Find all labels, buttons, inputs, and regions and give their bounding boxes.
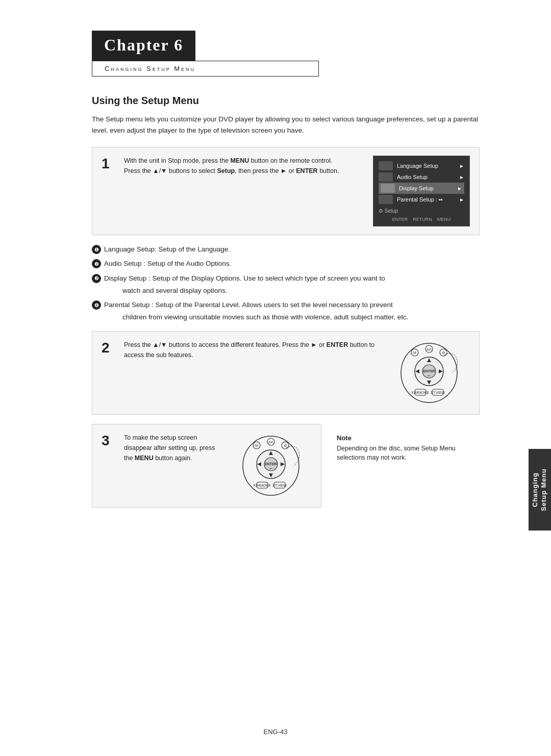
bullet-item-4: ❹ Parental Setup : Setup of the Parental…	[92, 300, 480, 310]
dvd-menu-row-selected: Display Setup ►	[379, 183, 464, 194]
chapter-header: Chapter 6 Changing Setup Menu	[92, 31, 485, 77]
svg-text:ST.VIEW: ST.VIEW	[272, 484, 287, 487]
bullet-number-1: ❶	[92, 245, 101, 254]
step-3-remote-illustration: M INF ⚙ ENTER ↩ KARAOKE	[230, 433, 312, 499]
svg-text:INF: INF	[427, 348, 432, 351]
svg-text:KARAOKE: KARAOKE	[412, 391, 429, 394]
intro-paragraph: The Setup menu lets you customize your D…	[92, 114, 480, 136]
dvd-menu-setup-label: ⚙ Setup	[379, 208, 398, 214]
section-heading: Using the Setup Menu	[92, 95, 485, 107]
svg-text:KARAOKE: KARAOKE	[254, 484, 271, 487]
svg-text:M: M	[255, 444, 258, 447]
dvd-menu-footer: ENTER RETURN MENU	[379, 217, 464, 222]
sidebar-tab: ChangingSetup Menu	[529, 449, 551, 531]
svg-text:M: M	[413, 351, 416, 355]
sidebar-tab-text: ChangingSetup Menu	[531, 468, 548, 511]
step-3-text: To make the setup screen disappear after…	[124, 433, 222, 463]
bullet-item-2: ❷ Audio Setup : Setup of the Audio Optio…	[92, 259, 480, 269]
bullet-number-2: ❷	[92, 259, 101, 268]
bullet-continuation-4: children from viewing unsuitable movies …	[92, 312, 480, 322]
step-2-remote-illustration: M INF ⚙ ENTER ↩	[388, 340, 470, 406]
bullet-text-2: Audio Setup : Setup of the Audio Options…	[104, 259, 480, 269]
step-1-number: 1	[102, 157, 114, 171]
step-2-number: 2	[102, 341, 114, 355]
chapter-title: Chapter 6	[92, 31, 195, 61]
note-text: Depending on the disc, some Setup Menu s…	[337, 444, 480, 463]
dvd-icon-function	[381, 184, 395, 193]
bullet-item-3: ❸ Display Setup : Setup of the Display O…	[92, 273, 480, 284]
note-section: Note Depending on the disc, some Setup M…	[337, 429, 480, 463]
dvd-icon-setup	[379, 195, 393, 204]
dvd-menu-row: Parental Setup : ▪▪ ►	[379, 194, 464, 205]
bullet-continuation-3: watch and several display options.	[92, 286, 480, 296]
dvd-menu-row: Language Setup ►	[379, 160, 464, 171]
svg-text:ENTER: ENTER	[423, 369, 435, 373]
svg-text:↩: ↩	[428, 374, 431, 377]
svg-text:↩: ↩	[269, 467, 272, 470]
step-3-number: 3	[102, 434, 114, 448]
svg-text:⚙: ⚙	[284, 444, 287, 447]
svg-text:ENTER: ENTER	[265, 462, 277, 466]
dvd-icon-title	[379, 172, 393, 182]
bullet-number-3: ❸	[92, 274, 101, 283]
chapter-subtitle: Changing Setup Menu	[92, 61, 319, 77]
bullet-text-3: Display Setup : Setup of the Display Opt…	[104, 273, 480, 284]
note-label: Note	[337, 434, 480, 442]
dvd-menu-mockup: Language Setup ► Audio Setup ► Display S…	[373, 156, 470, 226]
step-3-box: 3 To make the setup screen disappear aft…	[92, 424, 321, 508]
bullet-item-1: ❶ Language Setup: Setup of the Language.	[92, 244, 480, 255]
svg-text:⚙: ⚙	[442, 351, 445, 355]
step-1-text: With the unit in Stop mode, press the ME…	[124, 156, 365, 176]
dvd-menu-row: Audio Setup ►	[379, 171, 464, 183]
page-number: ENG-43	[264, 728, 288, 736]
bullet-list: ❶ Language Setup: Setup of the Language.…	[92, 244, 480, 323]
step-2-text: Press the ▲/▼ buttons to access the diff…	[124, 340, 380, 360]
page-footer: ENG-43	[264, 728, 288, 736]
step-1-box: 1 With the unit in Stop mode, press the …	[92, 147, 480, 235]
bullet-text-4: Parental Setup : Setup of the Parental L…	[104, 300, 480, 310]
dvd-icon-disc	[379, 161, 393, 170]
svg-text:ST.VIEW: ST.VIEW	[431, 391, 445, 394]
bullet-number-4: ❹	[92, 300, 101, 310]
step-2-box: 2 Press the ▲/▼ buttons to access the di…	[92, 331, 480, 415]
svg-text:INF: INF	[268, 441, 273, 444]
bullet-text-1: Language Setup: Setup of the Language.	[104, 244, 480, 255]
